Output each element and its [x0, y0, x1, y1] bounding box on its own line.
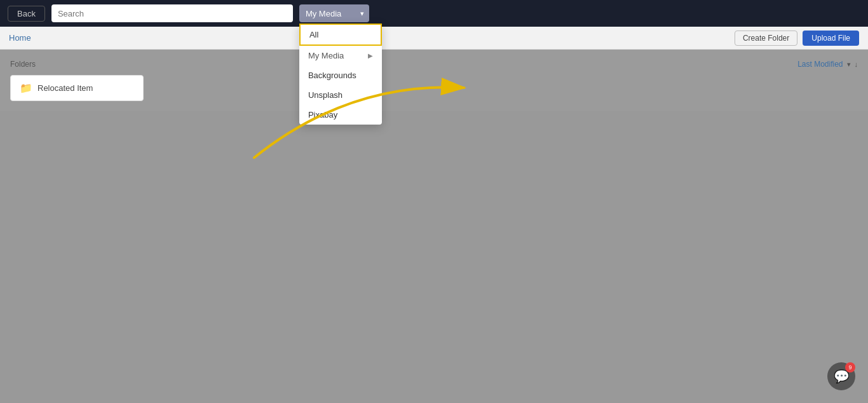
sort-label[interactable]: Last Modified: [797, 60, 843, 69]
sort-down-icon[interactable]: ▾: [847, 60, 851, 69]
media-dropdown-menu: All My Media ▶ Backgrounds Unsplash Pixa…: [299, 24, 382, 125]
chat-notification-badge: 9: [845, 362, 855, 372]
media-source-select[interactable]: My Media: [299, 4, 369, 22]
dropdown-item-pixabay[interactable]: Pixabay: [299, 105, 382, 125]
main-content: Last Modified ▾ ↓ Folders 📁 Relocated It…: [0, 50, 868, 111]
page-layout: Back My Media ▾ All My Media ▶ Backgroun…: [0, 0, 868, 403]
sort-bar: Last Modified ▾ ↓: [797, 60, 858, 69]
create-folder-button[interactable]: Create Folder: [735, 31, 797, 46]
upload-file-button[interactable]: Upload File: [803, 31, 859, 46]
content-area: Last Modified ▾ ↓ Folders 📁 Relocated It…: [0, 50, 868, 403]
dropdown-item-all[interactable]: All: [299, 24, 382, 46]
toolbar-actions: Create Folder Upload File: [735, 31, 859, 46]
dropdown-item-my-media[interactable]: My Media ▶: [299, 46, 382, 65]
toolbar: Home Create Folder Upload File: [0, 27, 868, 50]
folder-item-name: Relocated Item: [37, 83, 93, 93]
dropdown-item-unsplash[interactable]: Unsplash: [299, 85, 382, 105]
breadcrumb-home[interactable]: Home: [9, 33, 31, 43]
top-bar: Back My Media ▾ All My Media ▶ Backgroun…: [0, 0, 868, 27]
media-select-wrapper: My Media ▾ All My Media ▶ Backgrounds Un…: [299, 4, 369, 22]
sort-direction-icon[interactable]: ↓: [855, 60, 858, 68]
chat-widget[interactable]: 💬 9: [827, 362, 855, 390]
back-button[interactable]: Back: [8, 6, 45, 22]
search-input[interactable]: [51, 4, 293, 22]
folder-icon: 📁: [20, 82, 32, 94]
submenu-arrow-icon: ▶: [368, 52, 373, 59]
dropdown-item-backgrounds[interactable]: Backgrounds: [299, 65, 382, 85]
folders-section-label: Folders: [10, 60, 858, 69]
folder-item-relocated[interactable]: 📁 Relocated Item: [10, 75, 144, 101]
